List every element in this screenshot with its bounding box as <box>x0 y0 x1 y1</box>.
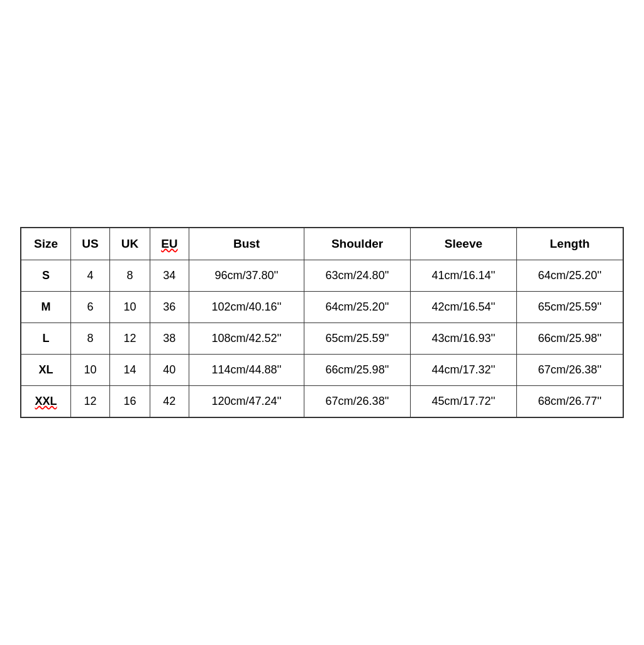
cell-sleeve: 42cm/16.54'' <box>410 292 516 323</box>
cell-sleeve: 43cm/16.93'' <box>410 323 516 355</box>
cell-us: 6 <box>71 292 110 323</box>
header-uk: UK <box>110 228 150 260</box>
cell-shoulder: 66cm/25.98'' <box>304 355 411 386</box>
cell-sleeve: 45cm/17.72'' <box>410 386 516 418</box>
cell-bust: 102cm/40.16'' <box>189 292 304 323</box>
header-eu: EU <box>150 228 189 260</box>
cell-size: S <box>21 260 71 292</box>
cell-uk: 16 <box>110 386 150 418</box>
cell-size: XXL <box>21 386 71 418</box>
cell-uk: 14 <box>110 355 150 386</box>
table-row: XXL121642120cm/47.24''67cm/26.38''45cm/1… <box>21 386 623 418</box>
cell-length: 67cm/26.38'' <box>516 355 623 386</box>
cell-eu: 38 <box>150 323 189 355</box>
cell-shoulder: 65cm/25.59'' <box>304 323 411 355</box>
header-sleeve: Sleeve <box>410 228 516 260</box>
cell-bust: 108cm/42.52'' <box>189 323 304 355</box>
cell-bust: 96cm/37.80'' <box>189 260 304 292</box>
table-row: M61036102cm/40.16''64cm/25.20''42cm/16.5… <box>21 292 623 323</box>
cell-us: 4 <box>71 260 110 292</box>
cell-bust: 120cm/47.24'' <box>189 386 304 418</box>
cell-us: 12 <box>71 386 110 418</box>
cell-bust: 114cm/44.88'' <box>189 355 304 386</box>
table-header-row: Size US UK EU Bust Shoulder Sleeve Lengt… <box>21 228 623 260</box>
cell-eu: 42 <box>150 386 189 418</box>
table-row: L81238108cm/42.52''65cm/25.59''43cm/16.9… <box>21 323 623 355</box>
header-length: Length <box>516 228 623 260</box>
cell-size: XL <box>21 355 71 386</box>
cell-size: L <box>21 323 71 355</box>
cell-length: 66cm/25.98'' <box>516 323 623 355</box>
table-row: XL101440114cm/44.88''66cm/25.98''44cm/17… <box>21 355 623 386</box>
cell-size: M <box>21 292 71 323</box>
cell-eu: 36 <box>150 292 189 323</box>
header-bust: Bust <box>189 228 304 260</box>
header-size: Size <box>21 228 71 260</box>
size-chart-container: Size US UK EU Bust Shoulder Sleeve Lengt… <box>20 227 624 418</box>
cell-length: 64cm/25.20'' <box>516 260 623 292</box>
cell-shoulder: 63cm/24.80'' <box>304 260 411 292</box>
cell-sleeve: 41cm/16.14'' <box>410 260 516 292</box>
header-shoulder: Shoulder <box>304 228 411 260</box>
cell-sleeve: 44cm/17.32'' <box>410 355 516 386</box>
cell-eu: 40 <box>150 355 189 386</box>
cell-shoulder: 67cm/26.38'' <box>304 386 411 418</box>
size-chart-table: Size US UK EU Bust Shoulder Sleeve Lengt… <box>20 227 624 418</box>
table-row: S483496cm/37.80''63cm/24.80''41cm/16.14'… <box>21 260 623 292</box>
cell-shoulder: 64cm/25.20'' <box>304 292 411 323</box>
header-us: US <box>71 228 110 260</box>
cell-length: 68cm/26.77'' <box>516 386 623 418</box>
cell-us: 10 <box>71 355 110 386</box>
cell-uk: 8 <box>110 260 150 292</box>
cell-eu: 34 <box>150 260 189 292</box>
cell-uk: 12 <box>110 323 150 355</box>
cell-length: 65cm/25.59'' <box>516 292 623 323</box>
cell-us: 8 <box>71 323 110 355</box>
cell-uk: 10 <box>110 292 150 323</box>
